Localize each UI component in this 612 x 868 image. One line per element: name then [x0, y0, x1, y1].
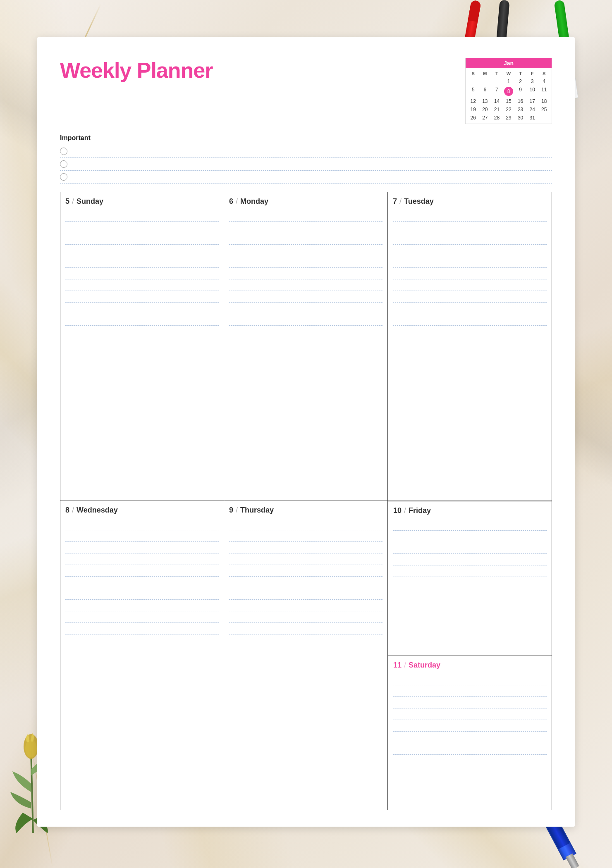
- important-item-3: [60, 171, 552, 184]
- day-header-friday: 10 / Friday: [393, 506, 547, 515]
- day-lines-sunday: [65, 210, 219, 497]
- day-header-wednesday: 8 / Wednesday: [65, 506, 219, 515]
- checkbox-2[interactable]: [60, 160, 67, 168]
- day-header-tuesday: 7 / Tuesday: [393, 197, 547, 206]
- day-name-monday: Monday: [240, 197, 268, 206]
- calendar-month-header: Jan: [466, 58, 552, 68]
- today-marker: 8: [504, 87, 513, 96]
- day-lines-wednesday: [65, 519, 219, 806]
- day-cell-friday: 10 / Friday: [388, 501, 552, 656]
- cal-header-f: F: [526, 70, 538, 77]
- page-title: Weekly Planner: [60, 58, 213, 83]
- checkbox-1[interactable]: [60, 148, 67, 155]
- day-slash-tuesday: /: [399, 197, 402, 206]
- day-cell-sunday: 5 / Sunday: [60, 192, 224, 501]
- cal-week-3: 12 13 14 15 16 17 18: [467, 97, 550, 105]
- day-number-sunday: 5: [65, 197, 69, 206]
- cal-header-t2: T: [514, 70, 526, 77]
- day-number-saturday: 11: [393, 661, 402, 670]
- day-cell-friday-saturday: 10 / Friday 11 / Saturday: [388, 501, 552, 810]
- important-item-1: [60, 145, 552, 158]
- day-header-thursday: 9 / Thursday: [229, 506, 382, 515]
- day-lines-monday: [229, 210, 382, 497]
- day-name-tuesday: Tuesday: [404, 197, 434, 206]
- day-cell-wednesday: 8 / Wednesday: [60, 501, 224, 810]
- important-label: Important: [60, 134, 552, 142]
- day-lines-thursday: [229, 519, 382, 806]
- day-lines-friday: [393, 519, 547, 652]
- day-name-sunday: Sunday: [76, 197, 103, 206]
- days-grid: 5 / Sunday 6 / Monday: [60, 192, 552, 810]
- day-number-wednesday: 8: [65, 506, 69, 515]
- cal-header-w: W: [503, 70, 515, 77]
- day-cell-thursday: 9 / Thursday: [224, 501, 388, 810]
- day-header-saturday: 11 / Saturday: [393, 661, 547, 670]
- day-name-thursday: Thursday: [240, 506, 274, 515]
- day-slash-saturday: /: [404, 661, 406, 670]
- cal-week-2: 5 6 7 8 9 10 11: [467, 86, 550, 97]
- cal-header-s: S: [467, 70, 479, 77]
- cal-week-4: 19 20 21 22 23 24 25: [467, 105, 550, 114]
- mini-calendar: Jan S M T W T F S 1 2: [465, 58, 552, 124]
- day-slash-wednesday: /: [72, 506, 74, 515]
- cal-week-1: 1 2 3 4: [467, 77, 550, 86]
- checkbox-3[interactable]: [60, 173, 67, 181]
- cal-header-s2: S: [538, 70, 550, 77]
- day-name-friday: Friday: [409, 506, 431, 515]
- planner-paper: Weekly Planner Jan S M T W T F S: [37, 37, 575, 827]
- day-number-monday: 6: [229, 197, 233, 206]
- day-header-monday: 6 / Monday: [229, 197, 382, 206]
- cal-header-t: T: [491, 70, 503, 77]
- day-slash-friday: /: [404, 506, 406, 515]
- day-cell-monday: 6 / Monday: [224, 192, 388, 501]
- day-number-friday: 10: [393, 506, 402, 515]
- day-cell-tuesday: 7 / Tuesday: [388, 192, 552, 501]
- day-header-sunday: 5 / Sunday: [65, 197, 219, 206]
- day-cell-saturday: 11 / Saturday: [388, 656, 552, 810]
- important-item-2: [60, 158, 552, 171]
- day-lines-tuesday: [393, 210, 547, 497]
- cal-header-m: M: [479, 70, 491, 77]
- calendar-day-headers: S M T W T F S: [467, 70, 550, 77]
- blue-pen-tip: [566, 854, 579, 868]
- day-number-thursday: 9: [229, 506, 233, 515]
- day-slash-sunday: /: [72, 197, 74, 206]
- day-name-wednesday: Wednesday: [76, 506, 118, 515]
- cal-week-5: 26 27 28 29 30 31: [467, 114, 550, 122]
- day-lines-saturday: [393, 674, 547, 807]
- header-section: Weekly Planner Jan S M T W T F S: [60, 58, 552, 124]
- day-name-saturday: Saturday: [409, 661, 440, 670]
- day-slash-thursday: /: [236, 506, 238, 515]
- day-slash-monday: /: [236, 197, 238, 206]
- day-number-tuesday: 7: [393, 197, 397, 206]
- svg-line-0: [31, 751, 33, 833]
- calendar-grid: S M T W T F S 1 2 3 4: [466, 68, 552, 124]
- important-section: Important: [60, 134, 552, 184]
